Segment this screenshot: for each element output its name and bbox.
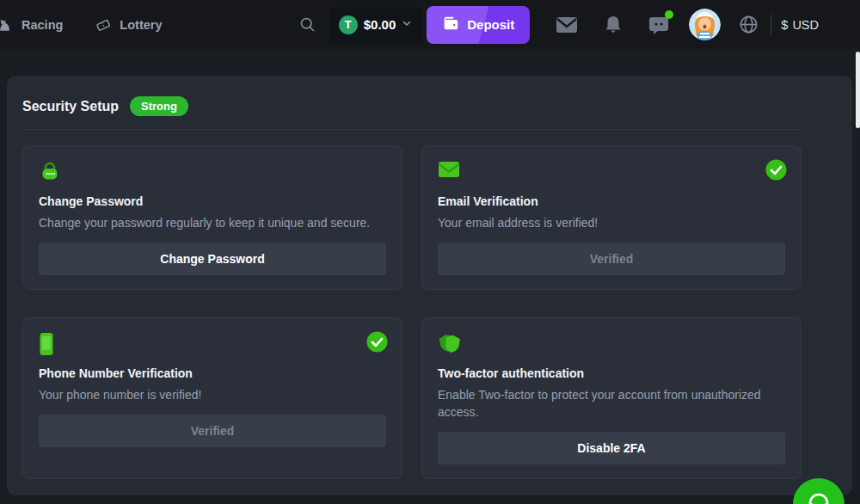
phone-verified-button: Verified [39,415,386,447]
avatar[interactable] [689,9,721,40]
title-row: Security Setup Strong [22,96,802,116]
card-two-factor: Two-factor authentication Enable Two-fac… [421,317,802,479]
strength-badge: Strong [130,96,188,116]
security-cards-grid: Change Password Change your password reg… [22,145,802,479]
shield-icon [438,332,785,354]
card-description: Your phone number is verified! [39,386,386,403]
search-icon[interactable] [298,15,316,34]
deposit-label: Deposit [467,17,514,32]
balance-selector[interactable]: T $0.00 [330,7,423,43]
card-title: Email Verification [438,194,785,208]
nav-racing-label: Racing [22,18,63,32]
card-change-password: Change Password Change your password reg… [22,145,402,290]
nav-item-racing[interactable]: Racing [0,16,63,34]
change-password-button[interactable]: Change Password [39,243,386,275]
card-email-verification: Email Verification Your email address is… [421,145,802,290]
horse-icon [0,16,14,34]
security-content: Security Setup Strong Change Password Ch… [22,96,802,479]
currency-code: USD [792,18,819,32]
bell-icon[interactable] [604,15,623,35]
chat-icon[interactable] [648,15,669,35]
verified-check-icon [765,159,787,184]
top-nav-bar: Racing Lottery T $0.00 Deposit [0,0,860,49]
page-title: Security Setup [22,99,119,114]
tether-icon: T [339,15,358,34]
currency-selector[interactable]: $ USD [781,18,819,32]
security-panel: Security Setup Strong Change Password Ch… [7,76,852,495]
envelope-icon [438,160,785,182]
nav-lottery-label: Lottery [120,18,162,32]
section-divider [22,129,802,130]
nav-item-lottery[interactable]: Lottery [95,16,162,34]
header-divider [771,15,771,35]
globe-icon[interactable] [739,15,759,34]
chevron-down-icon [402,18,412,31]
card-title: Phone Number Verification [39,366,386,380]
lock-icon [39,160,386,182]
balance-amount: $0.00 [364,17,396,32]
headset-icon [804,489,833,504]
ticket-icon [95,16,112,34]
deposit-button[interactable]: Deposit [427,6,530,44]
card-description: Enable Two-factor to protect your accoun… [438,386,785,421]
card-title: Change Password [39,194,386,208]
card-title: Two-factor authentication [438,366,785,380]
disable-2fa-button[interactable]: Disable 2FA [438,432,785,464]
wallet-icon [442,15,459,34]
email-verified-button: Verified [438,243,785,275]
card-phone-verification: Phone Number Verification Your phone num… [22,317,402,479]
card-description: Your email address is verified! [438,214,785,231]
card-description: Change your password regularly to keep i… [39,214,386,231]
vertical-scrollbar[interactable] [856,52,860,128]
phone-icon [39,332,386,354]
currency-symbol: $ [781,18,788,32]
notification-dot [665,10,673,19]
verified-check-icon [366,331,388,356]
mail-icon[interactable] [556,16,578,34]
